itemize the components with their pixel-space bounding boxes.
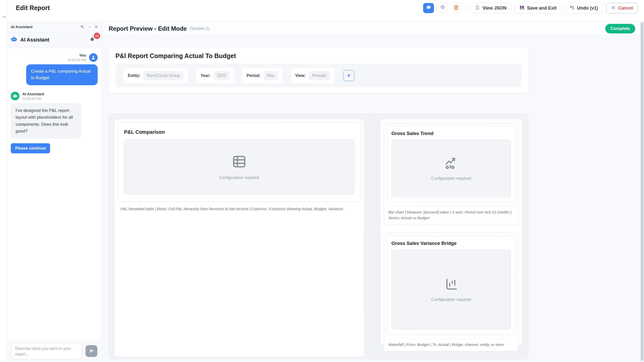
variance-bridge-component: Gross Sales Variance Bridge Configuratio…: [387, 236, 515, 335]
filter-period[interactable]: Period: May: [242, 68, 283, 83]
header-toolbar: View JSON Save and Exit Undo (v1) Cancel: [423, 3, 638, 14]
user-message-time: 12:05:32 PM: [67, 58, 86, 62]
close-icon[interactable]: ✕: [95, 25, 98, 29]
user-meta-text: You 12:05:32 PM: [67, 53, 86, 62]
filter-year-value[interactable]: 2025: [214, 71, 230, 80]
chat-bubble-icon: [426, 5, 431, 11]
pnl-comparison-card[interactable]: P&L Comparison Configuration required P&…: [114, 119, 365, 357]
filter-entity-label: Entity:: [128, 73, 140, 78]
undo-icon: [570, 5, 575, 11]
toolbar-divider: [466, 4, 466, 12]
notes-button[interactable]: [451, 3, 462, 13]
pnl-comparison-component: P&L Comparison Configuration required: [117, 122, 361, 202]
report-title-card: P&l Report Comparing Actual To Budget En…: [109, 47, 529, 94]
filter-period-label: Period:: [247, 73, 260, 78]
filter-entity-value[interactable]: Born2Cycle Group: [143, 71, 184, 80]
table-icon: [231, 154, 247, 170]
assistant-message-bubble: I've designed the P&L report layout with…: [11, 103, 81, 139]
user-message-bubble: Create a P&L comparing Actual to Budget: [26, 64, 98, 85]
panel-title: AI Assistant: [11, 25, 32, 29]
clipboard-icon: [454, 5, 459, 11]
gear-icon: [440, 5, 445, 11]
trend-chart-icon: [444, 156, 458, 171]
assistant-message-time: 12:05:32 PM: [22, 97, 44, 101]
gross-sales-trend-placeholder[interactable]: Configuration required: [391, 140, 511, 197]
filter-period-value[interactable]: May: [263, 71, 278, 80]
top-header: Edit Report Vie: [7, 0, 644, 22]
save-and-exit-label: Save and Exit: [527, 6, 556, 11]
report-preview-content: P&l Report Comparing Actual To Budget En…: [102, 35, 640, 362]
assistant-sender-name: AI Assistant: [22, 92, 44, 96]
filter-bar: Entity: Born2Cycle Group Year: 2025 Peri…: [115, 64, 522, 87]
assistant-header: AI Assistant 12: [7, 32, 102, 48]
chat-toggle-button[interactable]: [423, 3, 434, 13]
send-plane-icon: [89, 348, 94, 354]
left-rail: →: [0, 0, 7, 362]
view-json-button[interactable]: View JSON: [470, 3, 511, 14]
filter-year[interactable]: Year: 2025: [196, 68, 234, 83]
document-icon: [475, 5, 480, 11]
report-layout-canvas: P&L Comparison Configuration required P&…: [109, 114, 529, 359]
user-avatar: [89, 53, 98, 62]
send-button[interactable]: [86, 345, 97, 357]
waterfall-chart-icon: [444, 277, 458, 292]
assistant-meta-text: AI Assistant 12:05:32 PM: [22, 92, 44, 101]
undo-button[interactable]: Undo (v1): [565, 3, 603, 14]
preview-subheader: Report Preview - Edit Mode (Version 1) C…: [102, 22, 644, 35]
minimize-icon[interactable]: −: [88, 25, 90, 29]
chat-input[interactable]: [11, 343, 82, 359]
gross-sales-trend-title: Gross Sales Trend: [391, 131, 511, 136]
assistant-name: AI Assistant: [20, 37, 49, 43]
report-title: P&l Report Comparing Actual To Budget: [115, 52, 522, 60]
filter-view-label: View:: [295, 73, 306, 78]
filter-entity[interactable]: Entity: Born2Cycle Group: [123, 68, 188, 83]
view-json-label: View JSON: [482, 6, 506, 11]
expand-sidebar-arrow-icon[interactable]: →: [1, 13, 7, 19]
chat-input-bar: [7, 340, 102, 362]
settings-button[interactable]: [437, 3, 448, 13]
scrollbar-thumb[interactable]: [641, 22, 643, 361]
edit-report-app: → Edit Report: [0, 0, 644, 362]
filter-view-value[interactable]: Periodic: [309, 71, 330, 80]
gross-sales-trend-component: Gross Sales Trend Configuration required: [387, 126, 515, 202]
gross-sales-trend-card[interactable]: Gross Sales Trend Configuration required…: [384, 123, 518, 225]
undo-label: Undo (v1): [577, 6, 598, 11]
version-label: (Version 1): [190, 26, 209, 31]
pnl-placeholder-text: Configuration required: [219, 175, 259, 180]
page-title: Edit Report: [16, 4, 50, 12]
variance-bridge-title: Gross Sales Variance Bridge: [391, 241, 511, 246]
ai-assistant-panel: AI Assistant − ✕ AI Assistant 12: [7, 22, 102, 362]
complete-button[interactable]: Complete: [605, 24, 635, 33]
please-continue-button[interactable]: Please continue: [11, 143, 50, 153]
assistant-message-meta: AI Assistant 12:05:32 PM: [11, 92, 98, 101]
save-and-exit-button[interactable]: Save and Exit: [514, 3, 561, 14]
panel-titlebar: AI Assistant − ✕: [7, 22, 102, 32]
variance-bridge-caption: Waterfall | From: Budget | To: Actual | …: [388, 338, 514, 347]
panel-controls: − ✕: [80, 25, 98, 29]
pnl-comparison-placeholder[interactable]: Configuration required: [124, 139, 354, 195]
main-area: Report Preview - Edit Mode (Version 1) C…: [102, 22, 644, 362]
gross-sales-trend-caption: Bar chart | Measure: [account] value | X…: [388, 206, 514, 221]
chat-history: You 12:05:32 PM Create a P&L comparing A…: [7, 48, 102, 340]
pnl-comparison-title: P&L Comparison: [124, 129, 354, 135]
trend-placeholder-text: Configuration required: [431, 176, 471, 181]
charts-column-card: Gross Sales Trend Configuration required…: [380, 119, 522, 345]
debug-count-badge: 12: [94, 33, 100, 39]
save-icon: [519, 5, 525, 11]
bug-icon: [90, 37, 95, 43]
preview-title: Report Preview - Edit Mode: [109, 25, 187, 32]
bridge-placeholder-text: Configuration required: [431, 297, 471, 302]
debug-button[interactable]: 12: [86, 35, 98, 45]
close-x-icon: [611, 5, 616, 11]
popout-icon[interactable]: [80, 25, 84, 29]
variance-bridge-card[interactable]: Gross Sales Variance Bridge Configuratio…: [384, 233, 518, 351]
user-sender-name: You: [67, 53, 86, 57]
robot-icon: [11, 36, 17, 44]
user-message-meta: You 12:05:32 PM: [11, 53, 98, 62]
add-filter-button[interactable]: +: [343, 70, 354, 81]
cancel-label: Cancel: [618, 6, 633, 11]
main-scrollbar[interactable]: [640, 22, 644, 362]
filter-view[interactable]: View: Periodic: [291, 68, 335, 83]
cancel-button[interactable]: Cancel: [606, 3, 638, 14]
variance-bridge-placeholder[interactable]: Configuration required: [391, 249, 511, 330]
